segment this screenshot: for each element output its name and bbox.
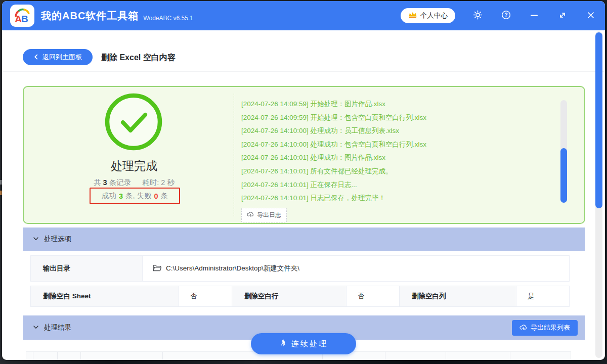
close-button[interactable] [577,1,605,30]
desktop-background: A B 我的ABC软件工具箱 WodeABC v6.55.1 个人中心 [0,0,607,364]
export-log-button[interactable]: 导出日志 [241,208,287,222]
divider [2,71,605,72]
close-icon [587,11,595,21]
log-line: [2024-07-26 14:10:00] 处理成功：员工信息列表.xlsx [241,124,549,138]
main-scrollbar-thumb[interactable] [595,32,602,208]
continue-processing-button[interactable]: 连续处理 [251,333,356,354]
log-line: [2024-07-26 14:09:59] 开始处理：包含空白页和空白行列.xl… [241,111,549,125]
export-results-label: 导出结果列表 [531,323,570,332]
options-section-title: 处理选项 [44,235,71,244]
user-center-button[interactable]: 个人中心 [401,8,455,23]
option-delete-blank-rows-label: 删除空白行 [232,286,346,306]
svg-text:B: B [21,14,28,24]
help-button[interactable]: ? [492,1,520,30]
folder-icon [153,264,161,273]
options-values-row: 删除空白 Sheet 否 删除空白行 否 删除空白列 是 [30,286,570,307]
table-column [446,352,510,360]
log-scrollbar[interactable] [560,100,567,203]
success-check-icon [103,92,164,152]
minimize-button[interactable] [520,1,548,30]
output-directory-label: 输出目录 [31,256,143,281]
chevron-down-icon [33,236,39,243]
output-directory-path: C:\Users\Administrator\Desktop\新建文件夹\ [166,264,299,273]
back-button-label: 返回到主面板 [42,53,82,62]
user-center-label: 个人中心 [420,11,448,20]
chevron-left-icon [33,54,39,61]
log-line: [2024-07-26 14:10:00] 处理成功：包含空白页和空白行列.xl… [241,138,549,152]
output-directory-row: 输出目录 C:\Users\Administrator\Desktop\新建文件… [30,255,570,282]
export-log-label: 导出日志 [257,211,281,219]
table-column [26,352,33,360]
table-column [385,352,446,360]
settings-button[interactable] [463,1,492,30]
status-title: 处理完成 [24,158,244,174]
table-column [510,352,571,360]
option-delete-blank-cols-label: 删除空白列 [400,286,516,306]
table-column [81,352,163,360]
log-list: [2024-07-26 14:09:59] 开始处理：图片作品.xlsx [20… [241,98,549,222]
divider-dashed [234,94,234,216]
fail-count: 0 [154,192,158,200]
log-line: [2024-07-26 14:09:59] 开始处理：图片作品.xlsx [241,98,549,111]
cloud-export-icon [519,324,527,332]
app-logo-icon: A B [10,5,34,27]
main-scrollbar[interactable] [595,31,602,358]
titlebar-actions: 个人中心 ? [401,1,605,30]
cloud-export-icon [247,211,254,218]
time-spent: 耗时: 2 秒 [142,178,175,187]
svg-text:?: ? [504,12,507,18]
gear-icon [473,10,483,21]
crown-icon [408,11,417,20]
total-count: 3 [103,178,107,187]
table-column [58,352,81,360]
resize-diagonal-icon [558,11,567,21]
rocket-icon [279,339,287,349]
results-section-title: 处理结果 [44,323,71,332]
maximize-button[interactable] [548,1,577,30]
app-window: A B 我的ABC软件工具箱 WodeABC v6.55.1 个人中心 [2,1,605,360]
result-panel: 处理完成 共 3 条记录 耗时: 2 秒 成功 3 条, 失败 0 条 [202… [23,86,585,224]
minimize-icon [530,11,538,21]
success-count: 3 [119,192,123,200]
option-delete-blank-sheet-value: 否 [179,286,232,306]
table-column [33,352,58,360]
app-title: 我的ABC软件工具箱 [41,9,139,23]
log-line: [2024-07-26 14:10:01] 所有文件都已经处理完成。 [241,165,549,178]
export-results-button[interactable]: 导出结果列表 [512,320,578,336]
output-directory-value: C:\Users\Administrator\Desktop\新建文件夹\ [143,256,569,281]
log-line: [2024-07-26 14:10:01] 处理成功：图片作品.xlsx [241,151,549,165]
status-summary: 共 3 条记录 耗时: 2 秒 [24,178,244,188]
option-delete-blank-sheet-label: 删除空白 Sheet [31,286,179,306]
question-icon: ? [501,10,511,21]
option-delete-blank-rows-value: 否 [346,286,400,306]
options-section-header[interactable]: 处理选项 [23,228,585,251]
page-title: 删除 Excel 空白内容 [101,51,176,65]
chevron-down-icon [33,324,39,332]
titlebar: A B 我的ABC软件工具箱 WodeABC v6.55.1 个人中心 [2,1,605,30]
success-fail-highlight-box: 成功 3 条, 失败 0 条 [90,188,180,204]
back-to-dashboard-button[interactable]: 返回到主面板 [23,49,93,65]
log-line: [2024-07-26 14:10:01] 日志已保存，处理完毕！ [241,192,549,205]
option-delete-blank-cols-value: 是 [516,286,569,306]
log-scrollbar-thumb[interactable] [560,148,567,203]
app-version: WodeABC v6.55.1 [143,15,193,22]
log-line: [2024-07-26 14:10:01] 正在保存日志... [241,178,549,192]
continue-processing-label: 连续处理 [291,339,328,349]
